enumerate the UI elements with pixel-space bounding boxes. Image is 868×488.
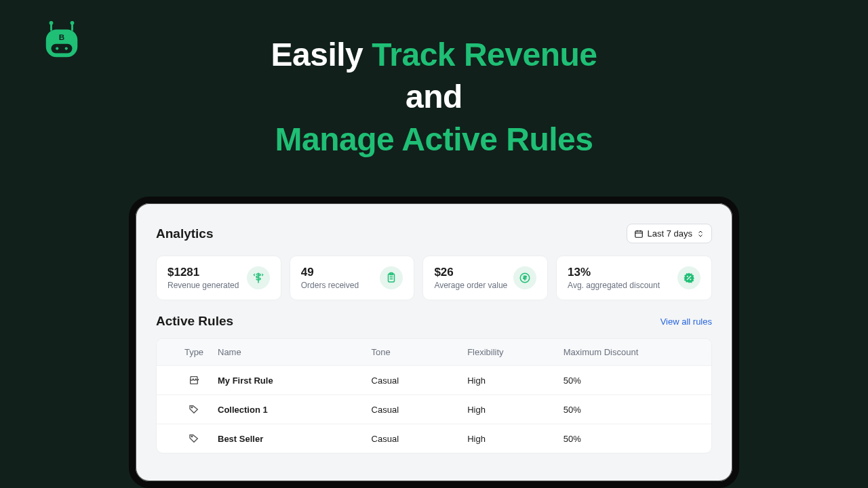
stat-label: Revenue generated [167, 281, 239, 290]
stat-card-revenue: $1281 Revenue generated [156, 256, 281, 300]
robot-icon: B [41, 19, 83, 61]
table-row[interactable]: My First Rule Casual High 50% [157, 365, 711, 394]
date-range-picker[interactable]: Last 7 days [627, 224, 713, 243]
rule-flexibility: High [467, 375, 564, 386]
col-max-discount: Maximum Discount [564, 347, 698, 357]
rule-max-discount: 50% [564, 434, 698, 444]
headline-part2: Track Revenue [372, 37, 597, 73]
brand-logo: B [41, 19, 83, 64]
stat-label: Average order value [434, 281, 507, 290]
tag-icon [188, 432, 200, 445]
headline-part1: Easily [271, 37, 372, 73]
date-range-label: Last 7 days [648, 228, 693, 239]
tag-icon [188, 403, 200, 415]
rule-flexibility: High [467, 405, 564, 415]
stat-value: 13% [568, 266, 660, 279]
stat-card-orders: 49 Orders received [290, 256, 415, 300]
table-row[interactable]: Best Seller Casual High 50% [157, 424, 711, 453]
stat-value: $1281 [167, 266, 239, 279]
stat-card-discount: 13% Avg. aggregated discount [556, 256, 712, 300]
rule-max-discount: 50% [564, 375, 698, 386]
svg-point-22 [191, 436, 193, 437]
stat-card-aov: $26 Average order value [422, 256, 548, 300]
tablet-frame: Analytics Last 7 days $1281 Revenue gene… [129, 197, 739, 488]
svg-point-19 [687, 276, 688, 277]
svg-point-20 [690, 279, 691, 280]
svg-text:B: B [59, 33, 64, 41]
col-type: Type [170, 347, 218, 357]
rule-tone: Casual [372, 434, 468, 444]
stat-label: Avg. aggregated discount [568, 281, 660, 290]
active-rules-title: Active Rules [156, 314, 233, 329]
svg-rect-9 [635, 230, 642, 237]
svg-point-7 [56, 47, 58, 49]
headline-part4: Manage Active Rules [0, 119, 868, 161]
clipboard-icon [380, 266, 403, 289]
dollar-circle-icon [513, 266, 536, 289]
calendar-icon [634, 229, 644, 239]
table-header-row: Type Name Tone Flexibility Maximum Disco… [157, 339, 711, 365]
svg-point-8 [65, 47, 68, 49]
col-flexibility: Flexibility [467, 347, 564, 357]
col-tone: Tone [372, 347, 468, 357]
rule-flexibility: High [467, 434, 564, 444]
stats-row: $1281 Revenue generated 49 Orders receiv… [156, 256, 712, 300]
hero-headline: Easily Track Revenue and Manage Active R… [0, 0, 868, 161]
rule-name: Collection 1 [218, 405, 372, 415]
rule-tone: Casual [372, 375, 468, 386]
table-row[interactable]: Collection 1 Casual High 50% [157, 394, 711, 424]
analytics-title: Analytics [156, 226, 213, 241]
stat-label: Orders received [301, 281, 359, 290]
chevron-updown-icon [696, 230, 705, 238]
store-icon [188, 374, 200, 386]
rules-table: Type Name Tone Flexibility Maximum Disco… [156, 338, 712, 453]
stat-value: $26 [434, 266, 507, 279]
col-name: Name [218, 347, 372, 357]
rule-max-discount: 50% [564, 405, 698, 415]
view-all-rules-link[interactable]: View all rules [660, 317, 712, 327]
svg-point-21 [191, 407, 193, 408]
money-up-icon [247, 266, 270, 289]
percent-badge-icon [677, 266, 701, 289]
rule-tone: Casual [372, 405, 468, 415]
stat-value: 49 [301, 266, 359, 279]
svg-rect-6 [52, 44, 73, 54]
rule-name: Best Seller [218, 434, 372, 444]
headline-part3: and [0, 76, 868, 118]
rule-name: My First Rule [218, 375, 372, 386]
